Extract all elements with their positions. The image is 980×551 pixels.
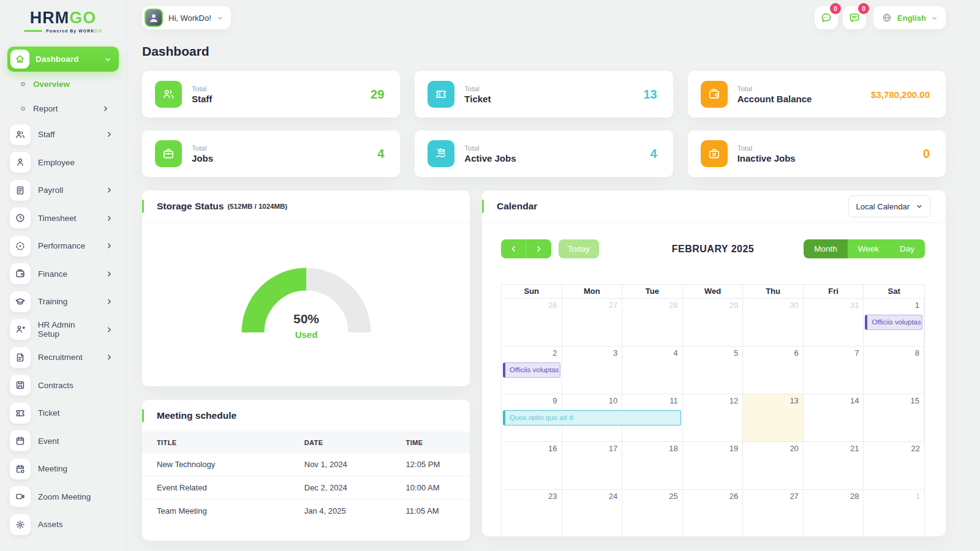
column-header: TITLE xyxy=(142,432,290,453)
ticket-icon xyxy=(428,81,454,108)
chevron-right-icon xyxy=(106,354,113,361)
calendar-day-cell[interactable]: 6 xyxy=(743,347,804,394)
column-header: DATE xyxy=(290,432,391,453)
page-title: Dashboard xyxy=(142,44,946,59)
calendar-gear-icon xyxy=(10,459,31,479)
user-menu[interactable]: Hi, WorkDo! xyxy=(142,6,231,29)
sidebar-item-payroll[interactable]: Payroll xyxy=(7,176,119,204)
calendar-event[interactable]: Officiis voluptas c xyxy=(865,315,922,330)
messages-button[interactable]: 0 xyxy=(815,6,838,29)
stat-card-active-jobs[interactable]: TotalActive Jobs 4 xyxy=(415,130,673,177)
storage-status-card: Storage Status (512MB / 1024MB) 50% Used xyxy=(142,190,470,386)
app-logo[interactable]: HRMGO Powered By WORKDO xyxy=(7,9,119,33)
sidebar-item-dashboard[interactable]: Dashboard xyxy=(7,47,119,72)
calendar-day-cell[interactable]: 29 xyxy=(683,299,744,346)
calendar-weekday: Thu xyxy=(743,285,804,298)
calendar-event[interactable]: Quos optio quo ad d xyxy=(503,410,681,425)
storage-title: Storage Status xyxy=(157,201,224,212)
active-jobs-icon xyxy=(428,140,454,167)
calendar-day-cell[interactable]: 30 xyxy=(743,299,804,346)
language-selector[interactable]: English xyxy=(873,6,946,29)
chevron-right-icon xyxy=(102,105,109,112)
sidebar-item-hr-admin-setup[interactable]: HR Admin Setup xyxy=(7,316,119,344)
sidebar-item-zoom-meeting[interactable]: Zoom Meeting xyxy=(7,483,119,511)
chevron-down-icon xyxy=(104,56,111,63)
stat-card-jobs[interactable]: TotalJobs 4 xyxy=(142,130,400,177)
stat-card-account-balance[interactable]: TotalAccount Balance $3,780,200.00 xyxy=(688,71,946,118)
calendar-day-cell[interactable]: 27 xyxy=(743,490,804,536)
calendar-day-cell[interactable]: 28 xyxy=(804,490,864,536)
chevron-right-icon xyxy=(106,187,113,193)
calendar-day-cell[interactable]: 22 xyxy=(864,442,924,489)
sidebar-item-report[interactable]: Report xyxy=(7,96,119,121)
table-row: Event Related Dec 2, 2024 10:00 AM xyxy=(142,476,470,500)
calendar-day-cell[interactable]: 3 xyxy=(562,347,623,394)
calendar-event[interactable]: Officiis voluptas c xyxy=(503,362,560,378)
calendar-day-cell[interactable]: 15 xyxy=(864,394,924,441)
topbar-actions: 0 0 English xyxy=(815,6,946,29)
calendar-view-day[interactable]: Day xyxy=(889,239,925,258)
logo-underline xyxy=(24,30,42,32)
calendar-weekday-row: SunMonTueWedThuFriSat xyxy=(502,285,924,298)
sidebar-item-finance[interactable]: Finance xyxy=(7,260,119,288)
calendar-day-cell[interactable]: 16 xyxy=(502,442,562,489)
notifications-button[interactable]: 0 xyxy=(843,6,866,29)
calendar-day-cell[interactable]: 21 xyxy=(804,442,864,489)
calendar-day-cell[interactable]: 31 xyxy=(804,299,864,346)
calendar-day-cell[interactable]: 8 xyxy=(864,347,924,394)
sidebar-item-ticket[interactable]: Ticket xyxy=(7,399,119,427)
calendar-day-cell[interactable]: 23 xyxy=(502,490,562,536)
calendar-weekday: Wed xyxy=(683,285,744,298)
stat-card-ticket[interactable]: TotalTicket 13 xyxy=(415,71,673,118)
topbar: Hi, WorkDo! 0 0 English xyxy=(142,0,946,29)
calendar-day-cell[interactable]: 12 xyxy=(683,394,744,441)
meeting-card-header: Meeting schedule xyxy=(142,400,470,432)
calendar-card-header: Calendar Local Calendar xyxy=(482,190,946,223)
calendar-day-cell[interactable]: 4 xyxy=(622,347,683,394)
chevron-down-icon xyxy=(916,203,923,210)
stat-card-inactive-jobs[interactable]: TotalInactive Jobs 0 xyxy=(688,130,946,177)
calendar-day-cell[interactable]: 14 xyxy=(804,394,864,441)
column-header: TIME xyxy=(391,432,470,453)
chevron-down-icon xyxy=(217,15,224,21)
calendar-day-cell[interactable]: 24 xyxy=(562,490,623,536)
invoice-icon xyxy=(10,180,31,201)
calendar-day-cell[interactable]: 26 xyxy=(502,299,562,346)
storage-used-label: Used xyxy=(295,329,317,340)
sidebar-item-employee[interactable]: Employee xyxy=(7,149,119,177)
calendar-source-select[interactable]: Local Calendar xyxy=(848,195,931,217)
calendar-day-cell[interactable]: 26 xyxy=(683,490,744,536)
stat-card-staff[interactable]: TotalStaff 29 xyxy=(142,71,400,118)
sidebar-item-recruitment[interactable]: Recruitment xyxy=(7,343,119,372)
calendar-day-cell[interactable]: 17 xyxy=(562,442,623,489)
calendar-day-cell[interactable]: 27 xyxy=(562,299,623,346)
calendar-day-cell[interactable]: 13 xyxy=(743,394,804,441)
calendar-day-cell[interactable]: 19 xyxy=(683,442,744,489)
sidebar-item-meeting[interactable]: Meeting xyxy=(7,455,119,483)
calendar-card: Calendar Local Calendar FEBRUARY 2025 To… xyxy=(482,190,946,536)
calendar-day-cell[interactable]: 7 xyxy=(804,347,864,394)
avatar xyxy=(145,9,163,27)
calendar-day-cell[interactable]: 25 xyxy=(622,490,683,536)
calendar-day-cell[interactable]: 18 xyxy=(622,442,683,489)
target-icon xyxy=(10,236,31,257)
sidebar-item-staff[interactable]: Staff xyxy=(7,121,119,149)
calendar-day-cell[interactable]: 1 xyxy=(864,490,924,536)
calendar-day-cell[interactable]: 20 xyxy=(743,442,804,489)
ticket-icon xyxy=(10,403,31,424)
sidebar-item-event[interactable]: Event xyxy=(7,427,119,455)
calendar-day-cell[interactable]: 5 xyxy=(683,347,744,394)
calendar-view-week[interactable]: Week xyxy=(848,239,889,258)
chevron-right-icon xyxy=(106,271,113,277)
sidebar-item-overview[interactable]: Overview xyxy=(7,72,119,96)
stat-value: 0 xyxy=(923,147,930,161)
calendar-icon xyxy=(10,430,31,451)
sidebar-item-training[interactable]: Training xyxy=(7,288,119,316)
calendar-day-cell[interactable]: 28 xyxy=(622,299,683,346)
contract-icon xyxy=(10,375,31,395)
sidebar-item-performance[interactable]: Performance xyxy=(7,232,119,260)
sidebar-item-timesheet[interactable]: Timesheet xyxy=(7,204,119,233)
sidebar-item-contracts[interactable]: Contracts xyxy=(7,372,119,400)
sidebar-item-assets[interactable]: Assets xyxy=(7,511,119,539)
calendar-view-month[interactable]: Month xyxy=(804,239,848,258)
